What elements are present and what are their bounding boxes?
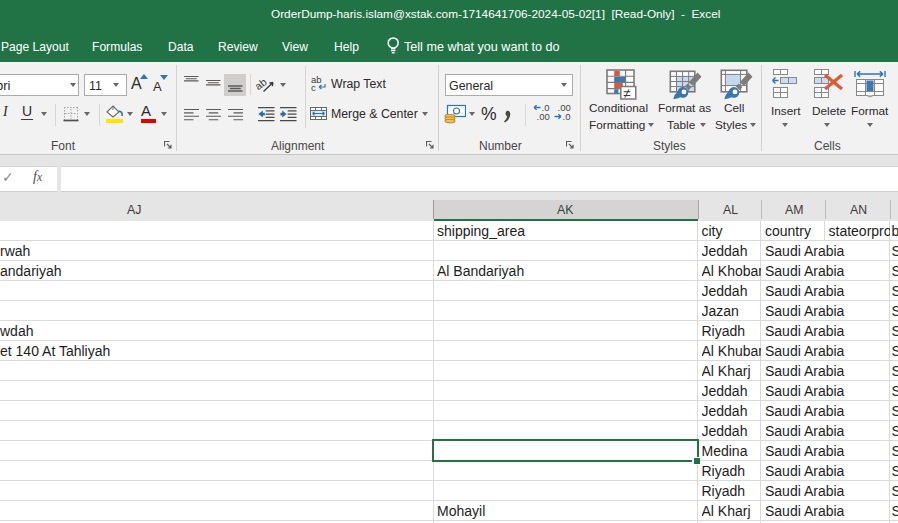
svg-text:c: c: [311, 82, 316, 92]
svg-text:.0: .0: [563, 111, 571, 121]
svg-text:ab: ab: [256, 75, 269, 92]
svg-text:.00: .00: [537, 111, 550, 121]
svg-text:≠: ≠: [623, 86, 630, 100]
